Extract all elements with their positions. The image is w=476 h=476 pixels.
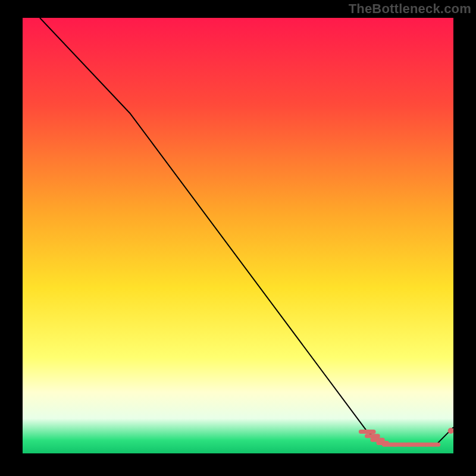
gradient-background bbox=[23, 18, 453, 453]
plot-area bbox=[23, 18, 453, 453]
chart-frame: TheBottleneck.com bbox=[0, 0, 476, 476]
chart-svg bbox=[23, 18, 453, 453]
watermark-text: TheBottleneck.com bbox=[349, 1, 471, 17]
